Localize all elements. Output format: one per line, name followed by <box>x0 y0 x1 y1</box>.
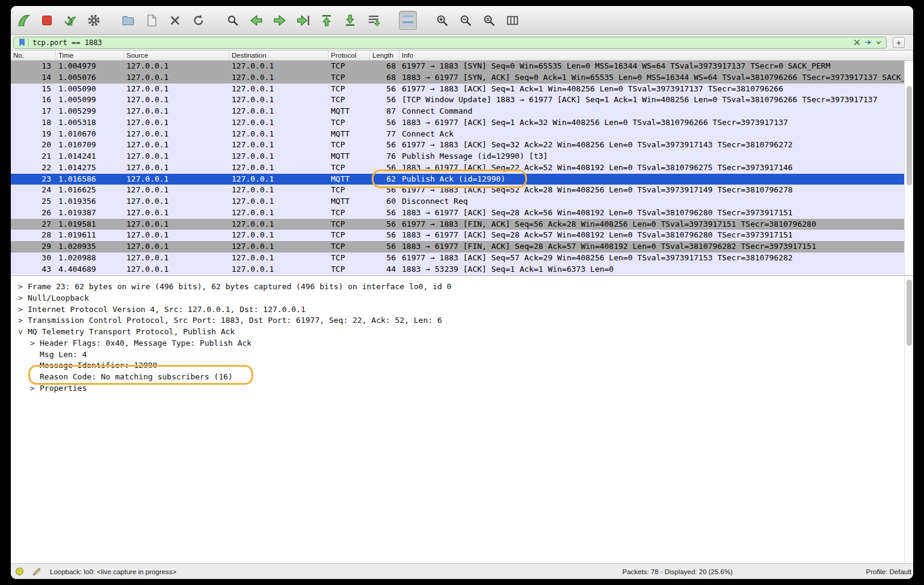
column-header-time[interactable]: Time <box>56 51 124 60</box>
detail-line[interactable]: > Properties <box>11 383 904 394</box>
capture-comment-pencil-icon[interactable] <box>32 567 42 577</box>
column-header-source[interactable]: Source <box>124 51 229 60</box>
packet-row[interactable]: 20 1.010709 127.0.0.1 127.0.0.1 TCP 56 6… <box>11 139 904 151</box>
column-header-protocol[interactable]: Protocol <box>328 51 370 60</box>
detail-pane-scrollbar[interactable] <box>904 276 913 563</box>
bookmark-icon <box>17 38 26 47</box>
go-to-first-packet-button[interactable] <box>318 11 336 30</box>
expander-icon[interactable]: > <box>30 338 40 349</box>
filter-separator <box>28 38 29 47</box>
packet-row[interactable]: 17 1.005299 127.0.0.1 127.0.0.1 MQTT 87 … <box>11 106 904 117</box>
cell-info: [TCP Window Update] 1883 → 61977 [ACK] S… <box>399 94 904 106</box>
expander-icon[interactable] <box>30 349 40 361</box>
detail-line[interactable]: > Frame 23: 62 bytes on wire (496 bits),… <box>11 281 904 293</box>
display-filter-input[interactable] <box>31 38 851 47</box>
arrow-left-icon <box>249 13 263 28</box>
stop-capture-button[interactable] <box>38 11 56 30</box>
packet-row[interactable]: 28 1.019611 127.0.0.1 127.0.0.1 TCP 56 1… <box>11 230 904 241</box>
expander-icon[interactable]: > <box>18 315 28 326</box>
packet-row[interactable]: 27 1.019581 127.0.0.1 127.0.0.1 TCP 56 6… <box>11 219 904 230</box>
restart-capture-button[interactable] <box>61 11 79 30</box>
cell-time: 1.019356 <box>56 196 124 207</box>
detail-line[interactable]: > Null/Loopback <box>11 293 904 304</box>
detail-line[interactable]: v MQ Telemetry Transport Protocol, Publi… <box>11 326 904 338</box>
packet-row[interactable]: 30 1.020988 127.0.0.1 127.0.0.1 TCP 56 6… <box>11 253 904 264</box>
clear-x-icon <box>853 38 861 46</box>
go-to-last-packet-button[interactable] <box>341 11 359 30</box>
cell-length: 56 <box>370 139 399 151</box>
cell-source: 127.0.0.1 <box>124 129 229 140</box>
packet-row[interactable]: 22 1.014275 127.0.0.1 127.0.0.1 TCP 56 1… <box>11 162 904 174</box>
packet-row[interactable]: 18 1.005318 127.0.0.1 127.0.0.1 TCP 56 1… <box>11 117 904 129</box>
cell-time: 1.019387 <box>56 207 124 219</box>
packet-row[interactable]: 15 1.005090 127.0.0.1 127.0.0.1 TCP 56 6… <box>11 84 904 95</box>
scrollbar-thumb[interactable] <box>907 280 912 346</box>
packet-list-scrollbar[interactable] <box>904 61 913 275</box>
packet-row[interactable]: 29 1.020935 127.0.0.1 127.0.0.1 TCP 56 1… <box>11 241 904 253</box>
detail-line[interactable]: Msg Len: 4 <box>11 349 904 361</box>
packet-row[interactable]: 26 1.019387 127.0.0.1 127.0.0.1 TCP 56 1… <box>11 207 904 219</box>
expander-icon[interactable] <box>30 360 40 372</box>
open-capture-file-button[interactable] <box>119 11 137 30</box>
auto-scroll-button[interactable] <box>365 11 383 30</box>
cell-length: 77 <box>370 129 399 140</box>
column-header-no[interactable]: No. <box>11 51 56 60</box>
expander-icon[interactable]: > <box>30 383 40 394</box>
expander-icon[interactable]: > <box>18 304 28 316</box>
packet-row[interactable]: 25 1.019356 127.0.0.1 127.0.0.1 MQTT 60 … <box>11 196 904 207</box>
zoom-original-button[interactable] <box>480 11 498 30</box>
packet-row[interactable]: 14 1.005076 127.0.0.1 127.0.0.1 TCP 68 1… <box>11 72 904 84</box>
expander-icon[interactable]: > <box>18 281 28 293</box>
packet-row[interactable]: 23 1.016586 127.0.0.1 127.0.0.1 MQTT 62 … <box>11 174 904 185</box>
column-header-length[interactable]: Length <box>370 51 399 60</box>
packet-row[interactable]: 21 1.014241 127.0.0.1 127.0.0.1 MQTT 76 … <box>11 151 904 162</box>
expander-icon[interactable] <box>30 372 40 383</box>
display-filter-field[interactable] <box>13 37 887 49</box>
cell-source: 127.0.0.1 <box>124 61 229 72</box>
detail-line[interactable]: Message Identifier: 12990 <box>11 360 904 372</box>
expander-icon[interactable]: > <box>18 293 28 304</box>
start-capture-button[interactable] <box>14 11 32 30</box>
packet-row[interactable]: 24 1.016625 127.0.0.1 127.0.0.1 TCP 56 6… <box>11 185 904 196</box>
resize-columns-button[interactable] <box>504 11 522 30</box>
packet-counts-text: Packets: 78 · Displayed: 20 (25.6%) <box>623 568 733 575</box>
profile-button[interactable]: Profile: Default <box>866 568 911 575</box>
go-forward-button[interactable] <box>271 11 289 30</box>
column-header-destination[interactable]: Destination <box>229 51 328 60</box>
cell-length: 56 <box>370 219 399 230</box>
detail-line[interactable]: > Header Flags: 0x40, Message Type: Publ… <box>11 338 904 349</box>
cell-protocol: TCP <box>328 94 370 106</box>
cell-time: 1.014241 <box>56 151 124 162</box>
packet-row[interactable]: 19 1.010670 127.0.0.1 127.0.0.1 MQTT 77 … <box>11 129 904 140</box>
expander-icon[interactable]: v <box>18 326 28 338</box>
filter-bookmark-button[interactable] <box>16 37 27 48</box>
capture-options-button[interactable] <box>85 11 103 30</box>
packet-row[interactable]: 16 1.005099 127.0.0.1 127.0.0.1 TCP 56 [… <box>11 94 904 106</box>
go-to-packet-button[interactable] <box>294 11 312 30</box>
filter-apply-button[interactable] <box>862 37 873 48</box>
save-capture-file-button[interactable] <box>143 11 161 30</box>
go-back-button[interactable] <box>247 11 265 30</box>
filter-recent-dropdown[interactable] <box>873 37 884 48</box>
filter-clear-button[interactable] <box>851 37 862 48</box>
detail-line[interactable]: Reason Code: No matching subscribers (16… <box>11 372 904 383</box>
expert-info-icon[interactable] <box>16 568 23 575</box>
detail-line[interactable]: > Transmission Control Protocol, Src Por… <box>11 315 904 326</box>
colorize-packets-button[interactable] <box>399 11 417 30</box>
packet-row[interactable]: 43 4.404689 127.0.0.1 127.0.0.1 TCP 44 1… <box>11 264 904 275</box>
zoom-out-button[interactable] <box>457 11 475 30</box>
close-capture-file-button[interactable] <box>166 11 184 30</box>
scrollbar-thumb[interactable] <box>907 86 912 185</box>
cell-length: 56 <box>370 230 399 241</box>
filter-add-button[interactable]: + <box>893 37 905 48</box>
cell-destination: 127.0.0.1 <box>229 151 328 162</box>
reload-capture-file-button[interactable] <box>189 11 208 30</box>
packet-row[interactable]: 13 1.004979 127.0.0.1 127.0.0.1 TCP 68 6… <box>11 61 904 72</box>
cell-source: 127.0.0.1 <box>124 219 229 230</box>
cell-info: 1883 → 53239 [ACK] Seq=1 Ack=1 Win=6373 … <box>399 264 904 275</box>
zoom-in-button[interactable] <box>433 11 451 30</box>
detail-line[interactable]: > Internet Protocol Version 4, Src: 127.… <box>11 304 904 316</box>
cell-destination: 127.0.0.1 <box>229 264 328 275</box>
column-header-info[interactable]: Info <box>399 51 913 60</box>
find-packet-button[interactable] <box>224 11 242 30</box>
